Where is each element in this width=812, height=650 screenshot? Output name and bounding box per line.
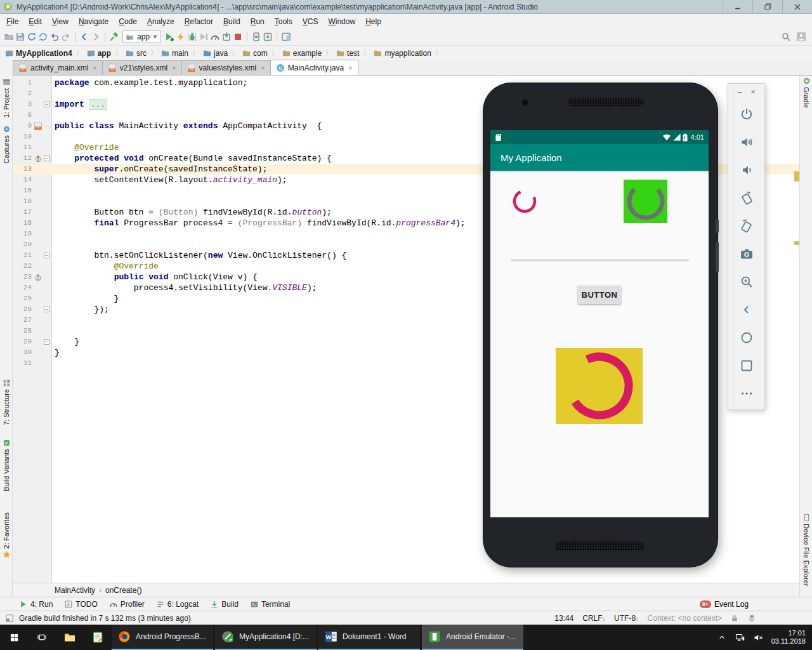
stop-icon[interactable] bbox=[232, 32, 243, 43]
menu-item-file[interactable]: File bbox=[1, 15, 23, 28]
file-explorer-button[interactable] bbox=[56, 625, 84, 650]
xml-marker-icon[interactable]: <> bbox=[34, 123, 42, 130]
taskbar-app-firefox[interactable]: Android ProgressB... bbox=[112, 625, 213, 650]
event-log-button[interactable]: 9+ Event Log bbox=[700, 600, 749, 609]
emulator-rotate-right-button[interactable] bbox=[728, 212, 764, 240]
line-number[interactable]: 13 bbox=[13, 164, 32, 175]
redo-icon[interactable] bbox=[61, 32, 72, 43]
breadcrumb-item-com[interactable]: com bbox=[241, 48, 269, 58]
fold-marker[interactable]: − bbox=[44, 156, 49, 161]
line-number[interactable]: 30 bbox=[13, 347, 32, 358]
tab-v21-styles-xml[interactable]: <>v21\styles.xml× bbox=[102, 60, 182, 75]
emulator-close-button[interactable]: × bbox=[751, 88, 756, 96]
override-red-icon[interactable] bbox=[34, 155, 42, 162]
line-number[interactable]: 15 bbox=[13, 185, 32, 196]
line-number[interactable]: 27 bbox=[13, 315, 32, 326]
context-indicator[interactable]: Context: <no context> bbox=[648, 614, 722, 623]
line-number[interactable]: 26 bbox=[13, 304, 32, 315]
device-manager-icon[interactable] bbox=[251, 32, 261, 43]
breadcrumb-item-myapplication4[interactable]: MyApplication4 bbox=[4, 48, 74, 58]
emulator-volume-up-button[interactable] bbox=[728, 128, 764, 156]
line-number[interactable]: 25 bbox=[13, 293, 32, 304]
breadcrumb-item-main[interactable]: main bbox=[160, 48, 190, 58]
refresh-icon[interactable] bbox=[38, 32, 49, 43]
emulator-power-button[interactable] bbox=[728, 100, 764, 128]
fold-marker[interactable]: − bbox=[44, 339, 49, 345]
minimize-button[interactable] bbox=[723, 0, 752, 14]
taskbar-app-word[interactable]: WDokument1 - Word bbox=[318, 625, 420, 650]
tool-window-6-logcat[interactable]: 6: Logcat bbox=[156, 600, 199, 609]
emulator-home-button[interactable] bbox=[728, 324, 764, 352]
encoding-select[interactable]: UTF-8↕ bbox=[614, 614, 639, 623]
task-view-button[interactable] bbox=[28, 625, 56, 650]
tool-stripe-1-project[interactable]: 1: Project bbox=[0, 78, 13, 117]
profile-icon[interactable] bbox=[198, 32, 209, 43]
search-icon[interactable] bbox=[781, 32, 792, 43]
build-hammer-icon[interactable] bbox=[109, 32, 120, 43]
line-number[interactable]: 8 bbox=[13, 110, 32, 121]
cursor-position[interactable]: 13:44 bbox=[554, 614, 573, 623]
highlighting-level-icon[interactable] bbox=[747, 614, 756, 623]
tool-stripe-build-variants[interactable]: Build Variants bbox=[0, 439, 13, 491]
emulator-volume-down-button[interactable] bbox=[728, 156, 764, 184]
line-number[interactable]: 9 bbox=[13, 121, 32, 131]
emulator-more-button[interactable] bbox=[728, 380, 764, 408]
fold-marker[interactable]: − bbox=[44, 253, 49, 258]
breadcrumb-item-test[interactable]: test bbox=[335, 48, 360, 58]
menu-item-navigate[interactable]: Navigate bbox=[74, 15, 114, 28]
line-number[interactable]: 20 bbox=[13, 239, 32, 250]
run-configuration-select[interactable]: app ▼ bbox=[122, 30, 161, 43]
tool-window-build[interactable]: Build bbox=[210, 600, 239, 609]
line-separator-select[interactable]: CRLF↕ bbox=[582, 614, 605, 623]
error-stripe-mark[interactable] bbox=[794, 171, 799, 182]
sync-icon[interactable] bbox=[27, 32, 37, 43]
restore-button[interactable] bbox=[752, 0, 782, 14]
emulator-minimize-button[interactable]: – bbox=[737, 88, 742, 96]
emulator-back-button[interactable] bbox=[728, 296, 764, 324]
breadcrumb-class[interactable]: MainActivity bbox=[55, 586, 95, 595]
line-number[interactable]: 18 bbox=[13, 218, 32, 229]
line-number[interactable]: 1 bbox=[13, 77, 32, 88]
menu-item-vcs[interactable]: VCS bbox=[298, 15, 324, 28]
line-number[interactable]: 3 bbox=[13, 99, 32, 110]
menu-item-window[interactable]: Window bbox=[323, 15, 360, 28]
tool-window-terminal[interactable]: Terminal bbox=[250, 600, 290, 609]
line-number[interactable]: 12 bbox=[13, 153, 32, 164]
line-number[interactable]: 23 bbox=[13, 272, 32, 282]
menu-item-refactor[interactable]: Refactor bbox=[180, 15, 218, 28]
taskbar-app-android-emulator[interactable]: Android Emulator -... bbox=[422, 625, 523, 650]
lock-icon[interactable] bbox=[731, 614, 738, 623]
line-number[interactable]: 2 bbox=[13, 88, 32, 99]
apply-changes-icon[interactable] bbox=[175, 32, 186, 43]
menu-item-code[interactable]: Code bbox=[114, 15, 142, 28]
close-button[interactable] bbox=[782, 0, 812, 14]
emulator-screen[interactable]: 4:01 My Application BUTTON bbox=[490, 130, 709, 517]
emulator-rotate-left-button[interactable] bbox=[728, 184, 764, 212]
fold-marker[interactable]: + bbox=[44, 102, 49, 107]
tool-stripe-device-file-explorer[interactable]: Device File Explorer bbox=[800, 514, 812, 586]
breadcrumb-item-example[interactable]: example bbox=[281, 48, 323, 58]
tab-close-icon[interactable]: × bbox=[93, 64, 96, 72]
tool-stripe-7-structure[interactable]: 7: Structure bbox=[0, 379, 13, 425]
start-button[interactable] bbox=[0, 625, 28, 650]
tab-values-styles-xml[interactable]: <>values\styles.xml× bbox=[181, 60, 271, 75]
back-icon[interactable] bbox=[79, 32, 90, 43]
menu-item-tools[interactable]: Tools bbox=[270, 15, 298, 28]
line-number[interactable]: 14 bbox=[13, 175, 32, 185]
line-number[interactable]: 31 bbox=[13, 358, 32, 369]
profiler-icon[interactable] bbox=[209, 32, 220, 43]
tool-window-todo[interactable]: TODO bbox=[64, 600, 97, 609]
tool-stripe-gradle[interactable]: Gradle bbox=[800, 77, 812, 108]
breadcrumb-method[interactable]: onCreate() bbox=[105, 586, 141, 595]
tool-stripe-2-favorites[interactable]: 2: Favorites bbox=[0, 512, 13, 559]
menu-item-run[interactable]: Run bbox=[246, 15, 270, 28]
line-number[interactable]: 16 bbox=[13, 196, 32, 207]
breadcrumb-item-java[interactable]: java bbox=[202, 48, 229, 58]
emulator-camera-button[interactable] bbox=[728, 240, 764, 268]
tool-window-4-run[interactable]: 4: Run bbox=[19, 600, 53, 609]
app-button[interactable]: BUTTON bbox=[578, 286, 621, 304]
line-number[interactable]: 29 bbox=[13, 336, 32, 347]
undo-icon[interactable] bbox=[49, 32, 60, 43]
save-all-icon[interactable] bbox=[15, 32, 26, 43]
emulator-zoom-in-button[interactable] bbox=[728, 268, 764, 296]
